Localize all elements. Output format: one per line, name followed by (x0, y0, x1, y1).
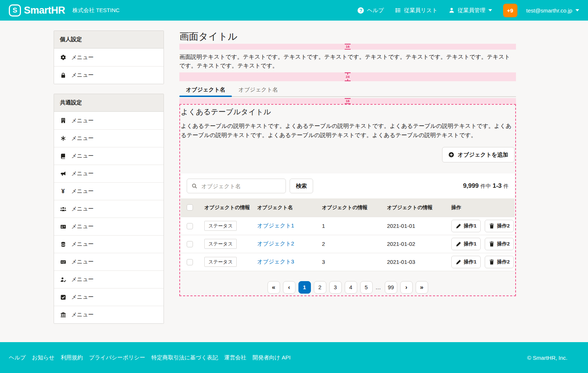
notification-badge[interactable]: +9 (503, 4, 517, 17)
pagination-page-99[interactable]: 99 (385, 281, 397, 294)
count-total: 9,999 (463, 182, 479, 190)
actions-cell: 操作1操作2 (448, 253, 514, 271)
header-nav-item[interactable]: 従業員管理 (449, 7, 492, 14)
object-info-cell: 3 (319, 253, 384, 271)
select-all-checkbox[interactable] (187, 204, 193, 211)
action-button-1[interactable]: 操作1 (451, 220, 481, 232)
add-object-label: オブジェクトを追加 (458, 151, 508, 158)
trash-icon (489, 241, 495, 247)
header-nav: ?ヘルプ従業員リスト従業員管理 (358, 7, 492, 14)
sidebar-group-title: 個人設定 (54, 31, 164, 49)
smarthr-logo[interactable]: S SmartHR (9, 4, 65, 17)
app-footer: ヘルプお知らせ利用規約プライバシーポリシー特定商取引法に基づく表記運営会社開発者… (0, 342, 588, 373)
header-nav-item[interactable]: ?ヘルプ (358, 7, 384, 14)
pagination-next-button[interactable]: › (400, 281, 413, 294)
footer-link[interactable]: 利用規約 (61, 354, 83, 361)
table-column-header: オブジェクトの情報 (201, 198, 254, 217)
sidebar-item-label: メニュー (71, 170, 94, 177)
account-menu[interactable]: test@smarthr.co.jp (526, 7, 579, 14)
sidebar-item[interactable]: メニュー (54, 235, 164, 253)
sidebar-item[interactable]: メニュー (54, 200, 164, 218)
footer-link[interactable]: お知らせ (32, 354, 54, 361)
row-actions: 操作1操作2 (451, 256, 512, 268)
logo-text: SmartHR (24, 5, 65, 16)
row-checkbox[interactable] (187, 223, 193, 229)
object-date-cell: 2021-01-01 (384, 217, 448, 235)
sidebar-item[interactable]: メニュー (54, 147, 164, 165)
action-label: 操作1 (464, 241, 477, 247)
table-panel: 検索 9,999 件中 1-3 件 オブジェクトの情報 (181, 173, 514, 271)
status-badge: ステータス (204, 257, 237, 267)
pagination-first-button[interactable]: « (268, 281, 280, 294)
sidebar-item-label: メニュー (71, 311, 94, 318)
book-icon (60, 153, 66, 159)
id-card-icon (60, 223, 66, 230)
sidebar-item[interactable]: ¥メニュー (54, 182, 164, 200)
tab-object-2[interactable]: オブジェクト名 (232, 84, 284, 96)
object-link[interactable]: オブジェクト1 (257, 222, 294, 229)
object-link[interactable]: オブジェクト2 (257, 240, 294, 247)
pagination-prev-button[interactable]: ‹ (283, 281, 295, 294)
sidebar-item[interactable]: メニュー (54, 306, 164, 323)
footer-link[interactable]: 開発者向け API (252, 354, 291, 361)
sidebar-item-label: メニュー (71, 153, 94, 159)
sidebar-item[interactable]: メニュー (54, 66, 164, 84)
asterisk-icon (60, 135, 66, 141)
pagination-page-5[interactable]: 5 (360, 281, 373, 294)
row-checkbox[interactable] (187, 241, 193, 247)
sidebar-item[interactable]: メニュー (54, 270, 164, 288)
status-cell: ステータス (201, 253, 254, 271)
footer-link[interactable]: 運営会社 (224, 354, 246, 361)
sidebar-item[interactable]: メニュー (54, 288, 164, 306)
action-button-2[interactable]: 操作2 (485, 220, 514, 232)
object-link[interactable]: オブジェクト3 (257, 258, 294, 265)
sidebar-item[interactable]: メニュー (54, 165, 164, 182)
pagination-last-button[interactable]: » (416, 281, 428, 294)
row-actions: 操作1操作2 (451, 238, 512, 250)
action-button-2[interactable]: 操作2 (485, 238, 514, 250)
row-check-cell (181, 217, 201, 235)
sidebar-item[interactable]: メニュー (54, 129, 164, 147)
plus-circle-icon (448, 152, 455, 158)
object-date-cell: 2021-01-03 (384, 253, 448, 271)
trash-icon (489, 223, 495, 229)
row-check-cell (181, 235, 201, 253)
sidebar-item[interactable]: メニュー (54, 112, 164, 129)
object-name-cell: オブジェクト2 (254, 235, 319, 253)
sidebar-item[interactable]: メニュー (54, 218, 164, 235)
search-button[interactable]: 検索 (290, 179, 313, 193)
spacing-value: 16 (345, 99, 351, 103)
pagination-page-1[interactable]: 1 (298, 281, 311, 294)
sidebar-item[interactable]: メニュー (54, 253, 164, 270)
footer-link[interactable]: ヘルプ (9, 354, 26, 361)
header-nav-item[interactable]: 従業員リスト (395, 7, 438, 14)
spacing-value: 24 (345, 75, 351, 79)
user-check-icon (60, 276, 66, 283)
building-icon (60, 118, 66, 124)
sidebar-item-label: メニュー (71, 117, 94, 124)
sidebar-item-label: メニュー (71, 72, 94, 79)
pagination-page-3[interactable]: 3 (329, 281, 342, 294)
status-cell: ステータス (201, 217, 254, 235)
table-row: ステータスオブジェクト332021-01-03操作1操作2 (181, 253, 514, 271)
table-column-header: オブジェクトの情報 (319, 198, 384, 217)
pagination-page-2[interactable]: 2 (314, 281, 326, 294)
sidebar-item-label: メニュー (71, 294, 94, 301)
tab-object-1[interactable]: オブジェクト名 (179, 84, 232, 96)
footer-link[interactable]: 特定商取引法に基づく表記 (151, 354, 218, 361)
row-checkbox[interactable] (187, 259, 193, 265)
footer-link[interactable]: プライバシーポリシー (89, 354, 145, 361)
pagination-page-4[interactable]: 4 (345, 281, 357, 294)
action-button-2[interactable]: 操作2 (485, 256, 514, 268)
sidebar-item[interactable]: メニュー (54, 49, 164, 66)
table-section: よくあるテーブルタイトル よくあるテーブルの説明テキストです。よくあるテーブルの… (179, 104, 516, 296)
add-object-button[interactable]: オブジェクトを追加 (442, 147, 514, 162)
page-title: 画面タイトル (179, 31, 516, 42)
search-input[interactable] (201, 183, 282, 190)
action-button-1[interactable]: 操作1 (451, 256, 481, 268)
action-button-1[interactable]: 操作1 (451, 238, 481, 250)
actions-cell: 操作1操作2 (448, 235, 514, 253)
table-row: ステータスオブジェクト222021-01-02操作1操作2 (181, 235, 514, 253)
copyright: © SmartHR, Inc. (527, 355, 567, 361)
object-date-cell: 2021-01-02 (384, 235, 448, 253)
